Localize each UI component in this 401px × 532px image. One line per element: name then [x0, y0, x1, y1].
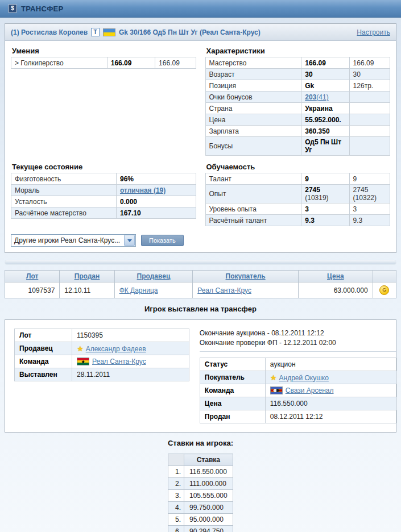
buyer-team-link[interactable]: Свази Арсенал: [286, 386, 334, 394]
stat-value: 30: [301, 69, 349, 80]
stat-value: 55.952.000.: [301, 114, 349, 126]
player-panel: (1) Ростислав Королев T Gk 30/166 Од5 Пн…: [5, 23, 396, 253]
coin-icon[interactable]: G: [379, 285, 389, 295]
stat-value-secondary: [349, 126, 390, 137]
listing-right: Окончание аукциона - 08.12.2011 12:12 Ок…: [200, 329, 397, 423]
table-row: > Голкиперство 166.09 166.09: [11, 57, 196, 69]
select-value: Другие игроки Реал Санта-Крус...: [11, 236, 123, 244]
seller-link[interactable]: Александр Фадеев: [86, 345, 146, 353]
sort-seller-link[interactable]: Продавец: [137, 272, 171, 280]
stat-value: 3: [301, 203, 349, 215]
stat-label: Усталость: [11, 196, 117, 207]
sort-price-link[interactable]: Цена: [327, 272, 344, 280]
current-state-title: Текущее состояние: [11, 161, 196, 173]
info-label: Команда: [200, 384, 265, 397]
stat-label: Цена: [205, 114, 301, 126]
stat-value-secondary: 2745 (10322): [349, 185, 390, 203]
listed-date: 28.11.2011: [72, 368, 189, 381]
characteristics-title: Характеристики: [205, 45, 391, 57]
stat-label: Страна: [205, 103, 301, 114]
seller-team-link[interactable]: Реал Санта-Крус: [92, 358, 146, 365]
player-name[interactable]: (1) Ростислав Королев: [11, 28, 88, 36]
bonus-points-link[interactable]: 203: [305, 93, 316, 101]
auction-status: аукцион: [265, 358, 396, 371]
stat-label: Опыт: [205, 185, 301, 203]
stat-label: Мораль: [11, 185, 117, 196]
table-row: 4.99.750.000: [168, 502, 233, 514]
lot-number: 1150395: [72, 329, 189, 342]
sort-sold-link[interactable]: Продан: [75, 272, 100, 280]
stat-value-secondary: 30: [349, 69, 390, 80]
bid-value: 99.750.000: [184, 502, 233, 514]
table-row: 2.111.000.000: [168, 478, 233, 490]
player-header: (1) Ростислав Королев T Gk 30/166 Од5 Пн…: [5, 24, 396, 41]
stat-value: Украина: [301, 103, 349, 114]
history-date: 12.10.11: [60, 282, 114, 298]
stat-label: Расчётное мастерство: [11, 207, 117, 219]
stat-value: 96%: [116, 173, 196, 185]
configure-link[interactable]: Настроить: [357, 28, 390, 36]
characteristics-section: Характеристики Мастерство 166.09 166.09 …: [205, 45, 391, 156]
morale-link[interactable]: отличная (19): [120, 186, 166, 194]
table-row: 5.95.000.000: [168, 514, 233, 526]
trainability-section: Обучаемость Талант 9 9 Опыт 2745 (10319)…: [205, 161, 391, 226]
sort-buyer-link[interactable]: Покупатель: [226, 272, 266, 280]
table-row: Возраст 30 30: [205, 69, 390, 80]
bid-value: 90.294.750: [184, 526, 233, 532]
transfer-history-table: Лот Продан Продавец Покупатель Цена 1097…: [5, 270, 396, 298]
table-row: Бонусы Од5 Пн Шт Уг: [205, 137, 390, 156]
sort-lot-link[interactable]: Лот: [26, 272, 38, 280]
listing-left: Лот 1150395 Продавец ★Александр Фадеев К…: [14, 329, 189, 423]
other-players-select[interactable]: Другие игроки Реал Санта-Крус...: [11, 234, 136, 247]
history-seller-link[interactable]: ФК Дарница: [119, 286, 158, 294]
stat-value-secondary: 9: [349, 173, 390, 185]
stat-label: Мастерство: [205, 57, 301, 69]
stat-label: Уровень опыта: [205, 203, 301, 215]
info-label: Покупатель: [200, 371, 265, 384]
table-row: Расчётное мастерство 167.10: [11, 207, 196, 219]
stat-value: 0.000: [116, 196, 196, 207]
section-divider: [5, 260, 396, 265]
table-row: 1.116.550.000: [168, 466, 233, 478]
stat-value: 166.09: [107, 57, 155, 69]
table-row: Страна Украина: [205, 103, 390, 114]
transfer-badge-icon[interactable]: T: [91, 28, 100, 36]
stat-value-secondary: [349, 92, 390, 103]
table-header-row: Лот Продан Продавец Покупатель Цена: [5, 271, 396, 282]
table-row: Продавец ★Александр Фадеев: [15, 342, 189, 355]
stat-value: 9: [301, 173, 349, 185]
ghana-flag-icon: [77, 358, 89, 365]
current-state-table: Физготовность 96% Мораль отличная (19) У…: [11, 173, 196, 219]
player-stats: Умения > Голкиперство 166.09 166.09 Хара…: [5, 41, 396, 252]
stat-value: 2745 (10319): [301, 185, 349, 203]
stat-value-secondary: [349, 137, 390, 156]
listing-heading: Игрок выставлен на трансфер: [5, 305, 396, 313]
buyer-link[interactable]: Андрей Окушко: [279, 374, 329, 382]
history-lot: 1097537: [5, 282, 60, 298]
transfer-icon: $: [8, 4, 17, 13]
table-row: Цена 116.550.000: [200, 397, 396, 410]
stat-value: Од5 Пн Шт Уг: [301, 137, 349, 156]
bonus-points-extra-link[interactable]: (41): [316, 93, 328, 101]
characteristics-table: Мастерство 166.09 166.09 Возраст 30 30 П…: [205, 57, 391, 156]
table-row: Статус аукцион: [200, 358, 396, 371]
auction-info-table: Статус аукцион Покупатель ★Андрей Окушко…: [200, 358, 397, 423]
show-button[interactable]: Показать: [141, 235, 184, 246]
history-buyer-link[interactable]: Реал Санта-Крус: [197, 286, 251, 294]
ukraine-flag-icon: [103, 28, 115, 36]
player-summary: Gk 30/166 Од5 Пн Шт Уг (Реал Санта-Крус): [119, 28, 261, 36]
table-row: Команда Свази Арсенал: [200, 384, 396, 397]
table-row: 3.105.555.000: [168, 490, 233, 502]
skills-section: Умения > Голкиперство 166.09 166.09: [11, 45, 196, 156]
bids-table: Ставка 1.116.550.000 2.111.000.000 3.105…: [168, 454, 233, 532]
chevron-down-icon[interactable]: [124, 235, 135, 246]
stat-label: Талант: [205, 173, 301, 185]
stat-value-secondary: 9.3: [349, 215, 390, 226]
table-row: Расчётный талант 9.3 9.3: [205, 215, 390, 226]
listing-panel: Лот 1150395 Продавец ★Александр Фадеев К…: [5, 319, 396, 433]
table-row: Покупатель ★Андрей Окушко: [200, 371, 396, 384]
table-row: Усталость 0.000: [11, 196, 196, 207]
current-state-section: Текущее состояние Физготовность 96% Мора…: [11, 161, 196, 226]
stat-value: Gk: [301, 80, 349, 92]
bid-value: 105.555.000: [184, 490, 233, 502]
